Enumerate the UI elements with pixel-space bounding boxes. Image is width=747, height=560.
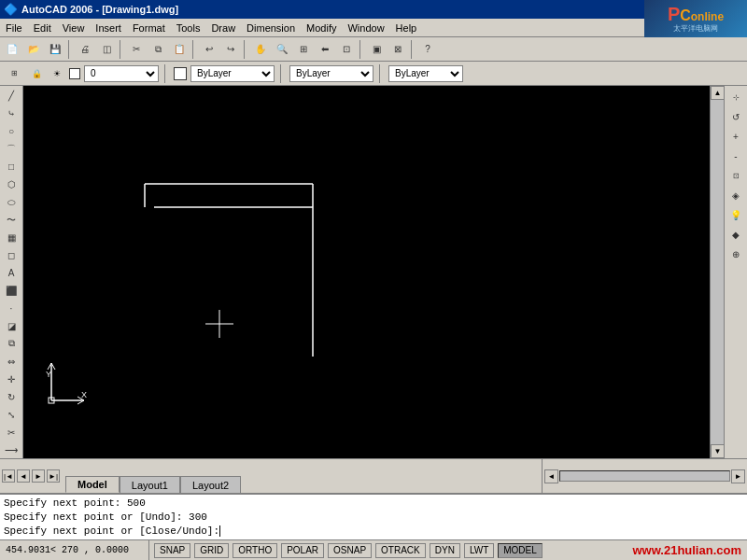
model-btn[interactable]: MODEL: [498, 543, 543, 558]
hscroll-left-btn[interactable]: ◄: [544, 469, 558, 483]
draw-polyline-btn[interactable]: ⤷: [2, 105, 21, 122]
scroll-and-tabs-area: |◄ ◄ ► ►| Model Layout1 Layout2 ◄ ►: [0, 458, 747, 493]
menu-dimension[interactable]: Dimension: [241, 19, 301, 36]
region-btn[interactable]: ◻: [2, 247, 21, 264]
ucs-btn[interactable]: ⊕: [726, 245, 745, 263]
menu-edit[interactable]: Edit: [28, 19, 57, 36]
layer-freeze-btn[interactable]: ☀: [49, 65, 65, 82]
text-btn[interactable]: A: [2, 265, 21, 282]
tab-model[interactable]: Model: [65, 476, 120, 493]
cut-btn[interactable]: ✂: [126, 39, 147, 60]
pan-btn[interactable]: ✋: [250, 39, 271, 60]
sep2: [120, 40, 123, 59]
extend-btn[interactable]: ⟶: [2, 441, 21, 458]
sep4: [244, 40, 247, 59]
undo-btn[interactable]: ↩: [199, 39, 219, 60]
tab-prev-btn[interactable]: ◄: [17, 469, 30, 483]
material-btn[interactable]: ◆: [726, 225, 745, 244]
hscroll-right-btn[interactable]: ►: [731, 469, 745, 483]
viewpoint-btn[interactable]: ⊹: [726, 88, 745, 106]
ucs-svg: Y X: [33, 358, 89, 410]
hscroll-track[interactable]: [559, 470, 730, 482]
menu-insert[interactable]: Insert: [90, 19, 127, 36]
otrack-btn[interactable]: OTRACK: [375, 543, 426, 558]
menu-draw[interactable]: Draw: [205, 19, 241, 36]
layer-color-btn[interactable]: [69, 68, 80, 79]
paste-btn[interactable]: 📋: [169, 39, 190, 60]
matchprop-btn[interactable]: ⊠: [388, 39, 408, 60]
draw-ellipse-btn[interactable]: ⬭: [2, 194, 21, 211]
move-btn[interactable]: ✛: [2, 371, 21, 387]
osnap-btn[interactable]: OSNAP: [328, 543, 372, 558]
menu-window[interactable]: Window: [342, 19, 389, 36]
trim-btn[interactable]: ✂: [2, 424, 21, 441]
scale-btn[interactable]: ⤡: [2, 406, 21, 423]
draw-line-btn[interactable]: ╱: [2, 88, 21, 105]
zoom-ext-btn[interactable]: ⊡: [336, 39, 357, 60]
orbit-btn[interactable]: ↺: [726, 107, 745, 126]
sep6: [411, 40, 415, 59]
properties-btn[interactable]: ▣: [366, 39, 387, 60]
logo-c: C: [680, 7, 691, 23]
color-dropdown[interactable]: ByLayer: [190, 65, 275, 82]
layer-state-btn[interactable]: 🔒: [28, 65, 45, 82]
save-btn[interactable]: 💾: [45, 39, 65, 60]
3d-view-btn[interactable]: ⊡: [726, 166, 745, 185]
render-btn[interactable]: ◈: [726, 186, 745, 204]
print-preview-btn[interactable]: ◫: [96, 39, 117, 60]
insert-block-btn[interactable]: ⬛: [2, 282, 21, 299]
redo-btn[interactable]: ↪: [220, 39, 241, 60]
menu-format[interactable]: Format: [127, 19, 171, 36]
draw-circle-btn[interactable]: ○: [2, 123, 21, 140]
menu-modify[interactable]: Modify: [301, 19, 342, 36]
vscroll-down-btn[interactable]: ▼: [711, 444, 725, 458]
tab-layout2[interactable]: Layout2: [180, 476, 241, 493]
print-btn[interactable]: 🖨: [75, 39, 95, 60]
polar-btn[interactable]: POLAR: [281, 543, 324, 558]
zoom-realtime-btn[interactable]: 🔍: [272, 39, 292, 60]
layer-dropdown[interactable]: 0: [84, 65, 159, 82]
snap-btn[interactable]: SNAP: [154, 543, 190, 558]
lineweight-dropdown[interactable]: ByLayer: [388, 65, 463, 82]
zoom-window-btn[interactable]: ⊞: [293, 39, 314, 60]
menu-tools[interactable]: Tools: [171, 19, 206, 36]
copy-obj-btn[interactable]: ⧉: [2, 335, 21, 352]
zoom-out-btn[interactable]: -: [726, 147, 745, 165]
draw-polygon-btn[interactable]: ⬡: [2, 176, 21, 193]
dyn-btn[interactable]: DYN: [430, 543, 460, 558]
zoom-in-btn[interactable]: +: [726, 127, 745, 146]
linetype-dropdown[interactable]: ByLayer: [289, 65, 374, 82]
vscroll-track[interactable]: [711, 100, 724, 444]
tab-last-btn[interactable]: ►|: [47, 469, 60, 483]
light-btn[interactable]: 💡: [726, 205, 745, 224]
vscroll-up-btn[interactable]: ▲: [711, 86, 725, 100]
copy-btn[interactable]: ⧉: [148, 39, 168, 60]
draw-rect-btn[interactable]: □: [2, 159, 21, 175]
svg-text:Y: Y: [46, 370, 51, 379]
erase-btn[interactable]: ◪: [2, 317, 21, 334]
coordinate-display: 454.9031< 270 , 0.0000: [0, 540, 149, 560]
help-btn[interactable]: ?: [417, 39, 438, 60]
rotate-btn[interactable]: ↻: [2, 388, 21, 405]
zoom-prev-btn[interactable]: ⬅: [315, 39, 335, 60]
menu-file[interactable]: File: [0, 19, 28, 36]
command-area: Specify next point: 500 Specify next poi…: [0, 493, 747, 539]
mirror-btn[interactable]: ⇔: [2, 353, 21, 370]
menu-help[interactable]: Help: [390, 19, 423, 36]
color-swatch[interactable]: [174, 67, 187, 80]
tab-next-btn[interactable]: ►: [32, 469, 45, 483]
layer-manager-btn[interactable]: ⊞: [4, 63, 24, 84]
tab-first-btn[interactable]: |◄: [2, 469, 15, 483]
draw-spline-btn[interactable]: 〜: [2, 212, 21, 229]
open-btn[interactable]: 📂: [23, 39, 44, 60]
point-btn[interactable]: ·: [2, 300, 21, 316]
grid-btn[interactable]: GRID: [194, 543, 229, 558]
drawing-canvas[interactable]: Y X: [23, 86, 710, 458]
hatch-btn[interactable]: ▦: [2, 230, 21, 246]
tab-layout1[interactable]: Layout1: [120, 476, 180, 493]
ortho-btn[interactable]: ORTHO: [233, 543, 277, 558]
lwt-btn[interactable]: LWT: [464, 543, 494, 558]
draw-arc-btn[interactable]: ⌒: [2, 141, 21, 158]
new-btn[interactable]: 📄: [2, 39, 22, 60]
menu-view[interactable]: View: [57, 19, 91, 36]
